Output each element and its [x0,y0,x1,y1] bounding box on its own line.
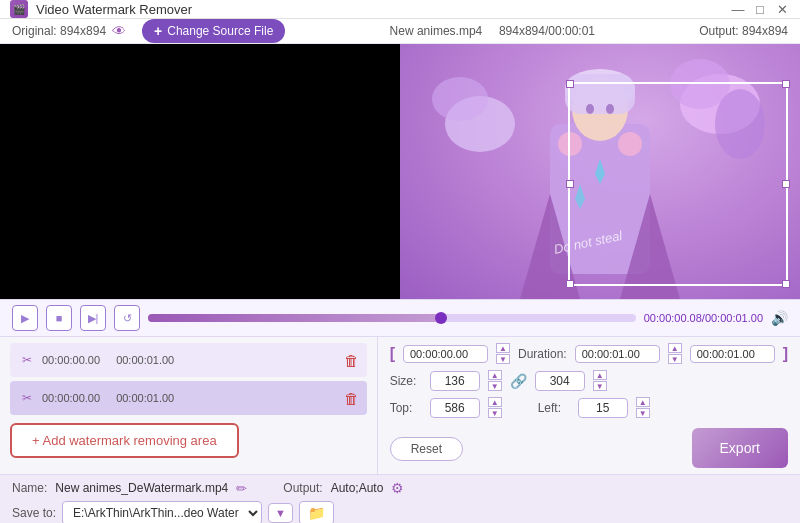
maximize-button[interactable]: □ [752,1,768,17]
minimize-button[interactable]: — [730,1,746,17]
size-width-down[interactable]: ▼ [488,381,502,391]
size-height-up[interactable]: ▲ [593,370,607,380]
left-label: Left: [538,401,570,415]
top-up[interactable]: ▲ [488,397,502,407]
track-times-2: 00:00:00.00 00:00:01.00 [42,392,338,404]
step-forward-button[interactable]: ▶| [80,305,106,331]
original-info: Original: 894x894 👁 [12,23,126,39]
track-icon-1: ✂ [18,351,36,369]
name-row: Name: New animes_DeWatermark.mp4 ✏ Outpu… [12,480,788,496]
bracket-left: [ [390,345,395,363]
change-source-button[interactable]: + Change Source File [142,19,285,43]
track1-delete-button[interactable]: 🗑 [344,352,359,369]
reset-export-row: Reset Export [390,428,788,468]
selection-handle-ml[interactable] [566,180,574,188]
track1-end: 00:00:01.00 [116,354,174,366]
track-row-1: ✂ 00:00:00.00 00:00:01.00 🗑 [10,343,367,377]
footer: Name: New animes_DeWatermark.mp4 ✏ Outpu… [0,474,800,523]
top-down[interactable]: ▼ [488,408,502,418]
start-time-up[interactable]: ▲ [496,343,510,353]
name-value: New animes_DeWatermark.mp4 [55,481,228,495]
time-row: [ ▲ ▼ Duration: ▲ ▼ ] [390,343,788,364]
stop-button[interactable]: ■ [46,305,72,331]
save-path-select[interactable]: E:\ArkThin\ArkThin...deo Watermark Remov… [62,501,262,523]
track-row-2: ✂ 00:00:00.00 00:00:01.00 🗑 [10,381,367,415]
position-row: Top: ▲ ▼ Left: ▲ ▼ [390,397,788,418]
top-input[interactable] [430,398,480,418]
title-bar: 🎬 Video Watermark Remover — □ ✕ [0,0,800,19]
size-label: Size: [390,374,422,388]
track-times-1: 00:00:00.00 00:00:01.00 [42,354,338,366]
output-info: Output: 894x894 [699,24,788,38]
link-icon[interactable]: 🔗 [510,373,527,389]
top-label: Top: [390,401,422,415]
video-preview-bg: Do not steal [400,44,800,299]
video-right-panel: Do not steal [400,44,800,299]
time-display: 00:00:00.08/00:00:01.00 [644,312,763,324]
right-panel: [ ▲ ▼ Duration: ▲ ▼ ] Size: [377,337,800,474]
name-label: Name: [12,481,47,495]
folder-button[interactable]: 📁 [299,501,334,523]
volume-icon[interactable]: 🔊 [771,310,788,326]
path-dropdown-button[interactable]: ▼ [268,503,293,523]
add-watermark-area-button[interactable]: + Add watermark removing area [10,423,239,458]
left-spinner: ▲ ▼ [636,397,650,418]
selection-handle-br[interactable] [782,280,790,288]
left-down[interactable]: ▼ [636,408,650,418]
close-button[interactable]: ✕ [774,1,790,17]
file-name-center: New animes.mp4 894x894/00:00:01 [301,24,683,38]
app-title: Video Watermark Remover [36,2,192,17]
file-duration: 894x894/00:00:01 [499,24,595,38]
size-height-input[interactable] [535,371,585,391]
save-to-label: Save to: [12,506,56,520]
selection-handle-tl[interactable] [566,80,574,88]
selection-handle-bl[interactable] [566,280,574,288]
size-width-input[interactable] [430,371,480,391]
watermark-selection-box[interactable] [568,82,788,286]
track2-delete-button[interactable]: 🗑 [344,390,359,407]
size-height-spinner: ▲ ▼ [593,370,607,391]
size-width-up[interactable]: ▲ [488,370,502,380]
reset-button[interactable]: Reset [390,437,463,461]
bracket-right: ] [783,345,788,363]
bottom-sections: ✂ 00:00:00.00 00:00:01.00 🗑 ✂ 00:00:00.0… [0,337,800,474]
size-height-down[interactable]: ▼ [593,381,607,391]
change-source-label: Change Source File [167,24,273,38]
progress-bar-fill [148,314,441,322]
app-icon: 🎬 [10,0,28,18]
selection-handle-mr[interactable] [782,180,790,188]
loop-button[interactable]: ↺ [114,305,140,331]
start-time-spinner: ▲ ▼ [496,343,510,364]
selection-handle-tr[interactable] [782,80,790,88]
track2-end: 00:00:01.00 [116,392,174,404]
end-time-input[interactable] [690,345,775,363]
original-label: Original: 894x894 [12,24,106,38]
progress-thumb [435,312,447,324]
top-bar: Original: 894x894 👁 + Change Source File… [0,19,800,44]
top-spinner: ▲ ▼ [488,397,502,418]
track1-start: 00:00:00.00 [42,354,100,366]
play-button[interactable]: ▶ [12,305,38,331]
eye-icon[interactable]: 👁 [112,23,126,39]
export-button[interactable]: Export [692,428,788,468]
left-up[interactable]: ▲ [636,397,650,407]
duration-spinner: ▲ ▼ [668,343,682,364]
file-name: New animes.mp4 [390,24,483,38]
left-input[interactable] [578,398,628,418]
video-area: Do not steal [0,44,800,299]
video-left-panel [0,44,400,299]
settings-icon[interactable]: ⚙ [391,480,404,496]
plus-icon: + [154,23,162,39]
duration-input[interactable] [575,345,660,363]
start-time-input[interactable] [403,345,488,363]
name-edit-icon[interactable]: ✏ [236,481,247,496]
progress-bar[interactable] [148,314,636,322]
track2-start: 00:00:00.00 [42,392,100,404]
duration-down[interactable]: ▼ [668,354,682,364]
output-label: Output: [283,481,322,495]
duration-up[interactable]: ▲ [668,343,682,353]
start-time-down[interactable]: ▼ [496,354,510,364]
svg-point-4 [432,77,488,121]
duration-label: Duration: [518,347,567,361]
left-panel: ✂ 00:00:00.00 00:00:01.00 🗑 ✂ 00:00:00.0… [0,337,377,474]
